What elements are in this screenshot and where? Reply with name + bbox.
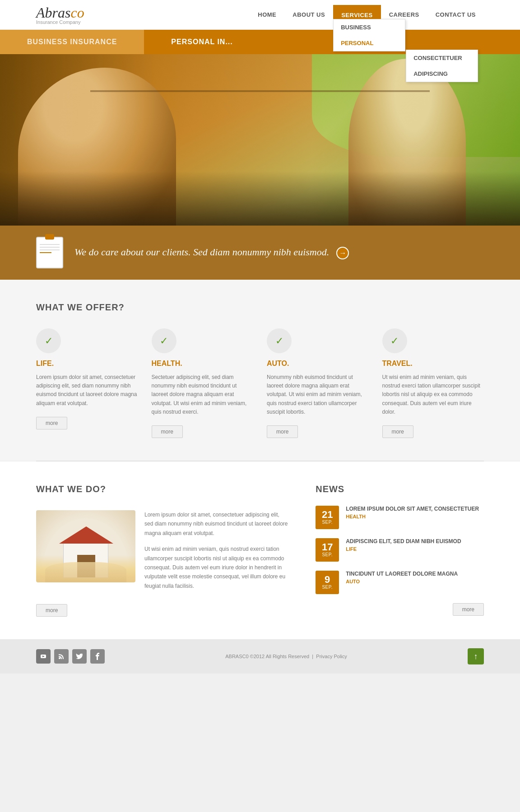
footer: ABRASC0 ©2012 All Rights Reserved | Priv… bbox=[0, 639, 520, 674]
hero-banner-text: We do care about our clients. Sed diam n… bbox=[74, 246, 484, 259]
dropdown-adipiscing[interactable]: ADIPISCING bbox=[406, 66, 478, 82]
offer-card-auto: ✓ AUTO. Nonummy nibh euismod tincidunt u… bbox=[267, 328, 369, 438]
check-icon-travel: ✓ bbox=[382, 328, 407, 353]
offers-grid: ✓ LIFE. Lorem ipsum dolor sit amet, cons… bbox=[36, 328, 484, 438]
dropdown-personal[interactable]: PERSONAL CONSECTETUER ADIPISCING bbox=[334, 35, 405, 51]
news-date-3: 9 SEP. bbox=[316, 571, 339, 594]
offer-title-health: HEALTH. bbox=[152, 360, 254, 368]
hero-arrow[interactable]: → bbox=[336, 247, 349, 259]
what-we-do-title: WHAT WE DO? bbox=[36, 484, 288, 494]
bottom-section: WHAT WE DO? Lorem ipsum dolor sit amet, … bbox=[0, 461, 520, 639]
news-day-3: 9 bbox=[325, 575, 330, 585]
offer-text-travel: Ut wisi enim ad minim veniam, quis nostr… bbox=[382, 373, 484, 416]
offer-text-health: Sectetuer adipiscing elit, sed diam nonu… bbox=[152, 373, 254, 416]
logo: Abrasco Insurance Company bbox=[36, 5, 84, 25]
footer-privacy-link[interactable]: Privacy Policy bbox=[316, 654, 347, 659]
offer-title-travel: TRAVEL. bbox=[382, 360, 484, 368]
hero-car-bottom bbox=[0, 171, 520, 226]
dropdown-business[interactable]: BUSINESS bbox=[334, 19, 405, 35]
offer-title-auto: AUTO. bbox=[267, 360, 369, 368]
what-we-offer-title: WHAT WE OFFER? bbox=[36, 302, 484, 313]
offer-card-health: ✓ HEALTH. Sectetuer adipiscing elit, sed… bbox=[152, 328, 254, 438]
news-item-3: 9 SEP. TINCIDUNT UT LAOREET DOLORE MAGNA… bbox=[316, 571, 484, 594]
news-date-1: 21 SEP. bbox=[316, 506, 339, 529]
main-nav: HOME ABOUT US SERVICES BUSINESS PERSONAL… bbox=[250, 5, 484, 25]
svg-point-2 bbox=[59, 657, 60, 659]
news-title: NEWS bbox=[316, 484, 484, 494]
tab-business[interactable]: BUSINESS INSURANCE bbox=[0, 30, 144, 54]
news-item-1: 21 SEP. LOREM IPSUM DOLOR SIT AMET, CONS… bbox=[316, 506, 484, 529]
house-image bbox=[36, 510, 135, 582]
news-more[interactable]: more bbox=[453, 603, 484, 616]
offer-more-travel[interactable]: more bbox=[382, 425, 413, 438]
social-icons bbox=[36, 649, 105, 664]
social-rss[interactable] bbox=[54, 649, 69, 664]
logo-tagline: Insurance Company bbox=[36, 19, 84, 25]
offer-text-life: Lorem ipsum dolor sit amet, consectetuer… bbox=[36, 373, 138, 408]
nav-home[interactable]: HOME bbox=[250, 5, 284, 25]
news-content-1: LOREM IPSUM DOLOR SIT AMET, CONSECTETUER… bbox=[346, 506, 484, 519]
tab-personal[interactable]: PERSONAL IN... bbox=[144, 30, 260, 54]
what-we-do-col: WHAT WE DO? Lorem ipsum dolor sit amet, … bbox=[36, 484, 288, 617]
news-content-3: TINCIDUNT UT LAOREET DOLORE MAGNA AUTO bbox=[346, 571, 484, 584]
news-headline-3: TINCIDUNT UT LAOREET DOLORE MAGNA bbox=[346, 571, 484, 577]
news-content-2: ADIPISCING ELIT, SED DIAM NIBH EUISMOD L… bbox=[346, 538, 484, 552]
social-facebook[interactable] bbox=[90, 649, 105, 664]
clipboard-icon bbox=[36, 237, 63, 268]
news-month-1: SEP. bbox=[322, 520, 333, 525]
logo-brand1: Abras bbox=[36, 5, 70, 21]
header: Abrasco Insurance Company HOME ABOUT US … bbox=[0, 0, 520, 30]
what-we-offer-section: WHAT WE OFFER? ✓ LIFE. Lorem ipsum dolor… bbox=[0, 280, 520, 461]
hero-window-frame bbox=[90, 90, 430, 92]
news-headline-1: LOREM IPSUM DOLOR SIT AMET, CONSECTETUER bbox=[346, 506, 484, 512]
footer-copyright: ABRASC0 ©2012 All Rights Reserved | Priv… bbox=[225, 654, 347, 659]
offer-card-life: ✓ LIFE. Lorem ipsum dolor sit amet, cons… bbox=[36, 328, 138, 438]
news-month-2: SEP. bbox=[322, 552, 333, 557]
offer-title-life: LIFE. bbox=[36, 360, 138, 368]
news-category-1: HEALTH bbox=[346, 514, 484, 519]
news-day-1: 21 bbox=[322, 510, 333, 520]
offer-more-auto[interactable]: more bbox=[267, 425, 298, 438]
logo-brand2: co bbox=[70, 5, 84, 21]
services-sub-dropdown: CONSECTETUER ADIPISCING bbox=[406, 50, 478, 82]
news-day-2: 17 bbox=[322, 542, 333, 552]
check-icon-life: ✓ bbox=[36, 328, 61, 353]
scroll-top-button[interactable]: ↑ bbox=[468, 648, 484, 664]
offer-more-life[interactable]: more bbox=[36, 417, 67, 429]
news-category-3: AUTO bbox=[346, 579, 484, 584]
news-headline-2: ADIPISCING ELIT, SED DIAM NIBH EUISMOD bbox=[346, 538, 484, 544]
check-icon-health: ✓ bbox=[152, 328, 176, 353]
services-dropdown: BUSINESS PERSONAL CONSECTETUER ADIPISCIN… bbox=[333, 19, 405, 51]
logo-text: Abrasco bbox=[36, 5, 84, 21]
offer-text-auto: Nonummy nibh euismod tincidunt ut laoree… bbox=[267, 373, 369, 416]
news-item-2: 17 SEP. ADIPISCING ELIT, SED DIAM NIBH E… bbox=[316, 538, 484, 562]
news-category-2: LIFE bbox=[346, 546, 484, 552]
news-month-3: SEP. bbox=[322, 585, 333, 590]
hero-banner: We do care about our clients. Sed diam n… bbox=[0, 226, 520, 280]
news-date-2: 17 SEP. bbox=[316, 538, 339, 562]
offer-card-travel: ✓ TRAVEL. Ut wisi enim ad minim veniam, … bbox=[382, 328, 484, 438]
social-twitter[interactable] bbox=[72, 649, 87, 664]
news-col: NEWS 21 SEP. LOREM IPSUM DOLOR SIT AMET,… bbox=[316, 484, 484, 617]
social-youtube[interactable] bbox=[36, 649, 51, 664]
check-icon-auto: ✓ bbox=[267, 328, 292, 353]
nav-about[interactable]: ABOUT US bbox=[284, 5, 333, 25]
dropdown-consectetuer[interactable]: CONSECTETUER bbox=[406, 50, 478, 66]
nav-contact[interactable]: CONTACT US bbox=[427, 5, 484, 25]
what-we-do-content: Lorem ipsum dolor sit amet, consectetuer… bbox=[36, 510, 288, 617]
what-we-do-more[interactable]: more bbox=[36, 604, 67, 617]
offer-more-health[interactable]: more bbox=[152, 425, 183, 438]
nav-services-wrapper: SERVICES BUSINESS PERSONAL CONSECTETUER … bbox=[333, 11, 381, 19]
